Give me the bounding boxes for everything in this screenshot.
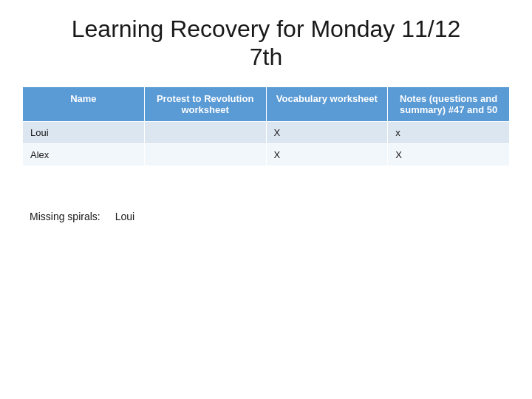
cell-r0-c0: Loui (23, 121, 145, 143)
table-row: LouiXx (23, 121, 510, 143)
cell-r1-c0: Alex (23, 143, 145, 166)
table-row: AlexXX (23, 143, 510, 166)
col-header-notes: Notes (questions and summary) #47 and 50 (388, 86, 510, 121)
col-header-protest: Protest to Revolution worksheet (144, 86, 266, 121)
cell-r0-c1 (144, 121, 266, 143)
cell-r0-c2: X (266, 121, 388, 143)
missing-spirals-section: Missing spirals: Loui (22, 211, 510, 222)
cell-r1-c2: X (266, 143, 388, 166)
cell-r0-c3: x (388, 121, 510, 143)
cell-r1-c1 (144, 143, 266, 166)
col-header-name: Name (23, 86, 145, 121)
col-header-vocab: Vocabulary worksheet (266, 86, 388, 121)
page-title: Learning Recovery for Monday 11/12 7th (22, 15, 510, 72)
missing-spirals-value: Loui (115, 211, 134, 222)
cell-r1-c3: X (388, 143, 510, 166)
missing-spirals-label: Missing spirals: (30, 211, 100, 222)
assignments-table: Name Protest to Revolution worksheet Voc… (22, 86, 510, 166)
